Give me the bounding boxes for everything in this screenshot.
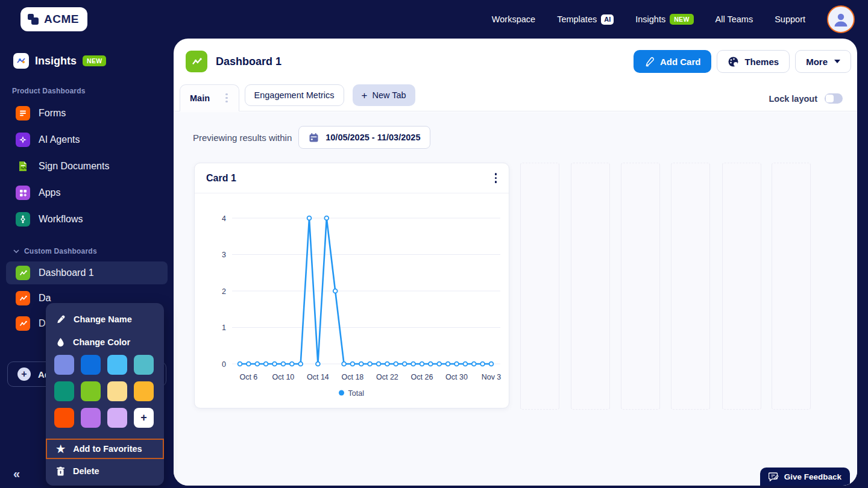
trash-icon — [56, 466, 65, 476]
empty-grid-column — [772, 163, 811, 410]
sidebar-collapse-button[interactable]: « — [13, 467, 20, 481]
sidebar-app-header[interactable]: Insights NEW — [13, 53, 174, 69]
sidebar-item-forms[interactable]: Forms — [0, 100, 174, 127]
acme-logo[interactable]: ACME — [20, 7, 87, 31]
ai-agents-icon — [16, 133, 30, 147]
sidebar-dashboard-1[interactable]: Dashboard 1 — [6, 261, 168, 284]
svg-text:Nov 3: Nov 3 — [482, 373, 502, 381]
color-swatch[interactable] — [81, 381, 101, 401]
nav-all-teams[interactable]: All Teams — [715, 14, 753, 24]
svg-text:1: 1 — [222, 324, 226, 332]
date-filter-row: Previewing results within 10/05/2025 - 1… — [193, 126, 430, 149]
svg-text:Total: Total — [348, 389, 364, 398]
empty-grid-column — [671, 163, 710, 410]
themes-button[interactable]: Themes — [717, 50, 790, 73]
main-panel: Dashboard 1 Add Card Themes More Main En… — [174, 39, 857, 486]
tab-main[interactable]: Main — [180, 84, 239, 111]
new-badge: NEW — [670, 14, 693, 25]
acme-logo-icon — [27, 13, 40, 26]
plus-icon: + — [17, 368, 31, 381]
palette-icon — [728, 56, 739, 67]
svg-text:Oct 22: Oct 22 — [376, 373, 398, 381]
menu-item-change-name[interactable]: Change Name — [46, 308, 164, 331]
svg-text:Oct 30: Oct 30 — [445, 373, 468, 381]
dashboard-content: Previewing results within 10/05/2025 - 1… — [174, 112, 857, 486]
color-swatch[interactable] — [81, 408, 101, 428]
date-range-value: 10/05/2025 - 11/03/2025 — [326, 133, 420, 142]
svg-text:Oct 6: Oct 6 — [239, 373, 257, 381]
dashboard-chart-icon — [16, 291, 30, 305]
svg-text:Oct 18: Oct 18 — [341, 373, 363, 381]
person-icon — [832, 10, 850, 28]
empty-grid-column — [571, 163, 610, 410]
nav-support[interactable]: Support — [775, 14, 805, 24]
color-swatch-grid: + — [46, 354, 164, 434]
nav-insights[interactable]: InsightsNEW — [635, 14, 693, 25]
color-swatch[interactable] — [107, 355, 127, 375]
color-swatch[interactable] — [107, 381, 127, 401]
chevron-down-icon — [13, 249, 19, 253]
page-title: Dashboard 1 — [216, 55, 281, 68]
insights-app-icon — [13, 53, 29, 69]
section-custom-dashboards[interactable]: Custom Dashboards — [13, 247, 174, 255]
color-swatch[interactable] — [54, 381, 74, 401]
give-feedback-button[interactable]: Give Feedback — [760, 468, 850, 486]
more-button[interactable]: More — [795, 50, 851, 73]
lock-layout-toggle[interactable] — [825, 93, 843, 104]
menu-item-change-color[interactable]: Change Color — [46, 331, 164, 354]
card-menu-kebab-icon[interactable] — [492, 170, 500, 186]
date-range-picker[interactable]: 10/05/2025 - 11/03/2025 — [298, 126, 430, 149]
sidebar-app-title: Insights — [35, 55, 77, 67]
pen-icon — [644, 57, 655, 67]
sidebar-new-badge: NEW — [83, 55, 106, 66]
svg-text:2: 2 — [222, 287, 226, 296]
sidebar-item-sign-documents[interactable]: Sign Documents — [0, 153, 174, 180]
empty-grid-column — [520, 163, 559, 410]
apps-icon — [16, 186, 30, 200]
nav-templates[interactable]: TemplatesAI — [557, 14, 614, 25]
tab-engagement-metrics[interactable]: Engagement Metrics — [245, 84, 344, 106]
new-tab-button[interactable]: + New Tab — [353, 84, 415, 106]
add-color-button[interactable]: + — [134, 408, 154, 428]
dashboard-chart-icon — [16, 266, 30, 280]
color-swatch[interactable] — [54, 408, 74, 428]
empty-grid-column — [621, 163, 660, 410]
nav-workspace[interactable]: Workspace — [492, 14, 535, 24]
color-swatch[interactable] — [54, 355, 74, 375]
dashboard-chart-icon — [16, 316, 30, 331]
sidebar-item-ai-agents[interactable]: AI Agents — [0, 127, 174, 153]
color-swatch[interactable] — [134, 355, 154, 375]
user-avatar[interactable] — [827, 5, 855, 33]
card-title: Card 1 — [206, 173, 236, 184]
svg-text:4: 4 — [222, 214, 226, 223]
color-swatch[interactable] — [81, 355, 101, 375]
menu-item-add-to-favorites[interactable]: ★ Add to Favorites — [46, 439, 164, 459]
pencil-icon — [56, 314, 66, 324]
caret-down-icon — [834, 60, 840, 63]
toggle-knob — [826, 95, 834, 102]
svg-text:Oct 26: Oct 26 — [411, 373, 433, 381]
dashboard-header: Dashboard 1 Add Card Themes More — [174, 39, 857, 84]
acme-logo-text: ACME — [44, 13, 79, 26]
calendar-icon — [309, 133, 319, 143]
color-swatch[interactable] — [107, 408, 127, 428]
empty-grid-column — [722, 163, 761, 410]
dashboard-context-menu: Change Name Change Color + ★ Add to Favo… — [46, 303, 164, 486]
dashboard-title-icon — [186, 51, 207, 72]
tab-bar: Main Engagement Metrics + New Tab Lock l… — [174, 84, 857, 111]
sidebar-item-workflows[interactable]: Workflows — [0, 206, 174, 233]
droplet-icon — [56, 337, 65, 347]
sidebar-item-apps[interactable]: Apps — [0, 180, 174, 206]
top-nav-links: Workspace TemplatesAI InsightsNEW All Te… — [492, 5, 868, 33]
lock-layout-control: Lock layout — [769, 93, 857, 104]
card-header: Card 1 — [195, 163, 509, 193]
menu-item-delete[interactable]: Delete — [46, 459, 164, 483]
color-swatch[interactable] — [134, 381, 154, 401]
top-navigation: ACME Workspace TemplatesAI InsightsNEW A… — [0, 0, 868, 39]
tab-kebab-icon[interactable] — [223, 91, 230, 105]
line-chart: 01234Oct 6Oct 10Oct 14Oct 18Oct 22Oct 26… — [195, 193, 509, 405]
svg-text:0: 0 — [222, 360, 226, 369]
add-card-button[interactable]: Add Card — [634, 50, 712, 73]
svg-text:Oct 14: Oct 14 — [307, 373, 329, 381]
section-product-dashboards: Product Dashboards — [12, 87, 174, 95]
